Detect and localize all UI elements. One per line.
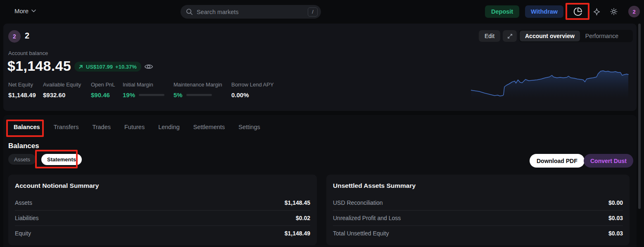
stat-available-equity: Available Equity $932.60 [43,82,81,98]
stat-maintenance-margin: Maintenance Margin 5% [173,82,222,98]
settings-gear-button[interactable] [609,7,619,17]
balances-section: Balances Transfers Trades Futures Lendin… [3,115,637,247]
row-label: Equity [15,230,31,237]
withdraw-button[interactable]: Withdraw [525,5,563,18]
tab-performance[interactable]: Performance [580,31,624,41]
stat-value: $1,148.49 [8,91,36,98]
chevron-down-icon [31,10,36,12]
pill-assets[interactable]: Assets [8,154,36,165]
table-row: Assets $1,148.45 [15,195,310,210]
search-shortcut-key: / [308,7,318,17]
view-switcher: Account overview Performance [519,30,633,42]
change-amount: US$107.99 [86,64,113,70]
table-row: Unrealized Profit and Loss $0.03 [333,210,623,225]
app-screen: l More Search markets / Deposit Withdraw [0,0,644,247]
expand-icon [507,33,513,39]
tab-trades[interactable]: Trades [92,122,111,132]
table-row: USD Reconciliation $0.00 [333,195,623,210]
stat-open-pnl: Open PnL $90.46 [91,82,115,98]
row-value: $0.00 [608,199,623,206]
account-balance-label: Account balance [8,50,48,56]
change-percent: +10.37% [115,64,137,70]
row-label: Unrealized Profit and Loss [333,215,401,221]
clipped-nav-item: l [0,8,2,15]
convert-dust-button[interactable]: Convert Dust [584,154,633,168]
top-navbar: l More Search markets / Deposit Withdraw [0,0,644,23]
stat-value: 0.00% [231,91,274,98]
deposit-button[interactable]: Deposit [485,5,519,18]
stat-label: Maintenance Margin [173,82,222,88]
stat-borrow-lend-apy: Borrow Lend APY 0.00% [231,82,274,98]
tab-futures[interactable]: Futures [124,122,145,132]
tab-lending[interactable]: Lending [158,122,180,132]
account-name: 2 [25,31,29,41]
table-row: Equity $1,148.49 [15,225,310,241]
row-value: $0.02 [296,215,310,221]
search-input[interactable]: Search markets / [181,5,321,19]
stat-value: 5% [173,91,183,98]
table-row: Total Unsettled Equity $0.03 [333,225,623,241]
vertical-scrollbar-thumb[interactable] [638,24,641,209]
stat-label: Net Equity [8,82,36,88]
account-notional-summary-card: Account Notional Summary Assets $1,148.4… [8,175,317,245]
arrow-up-right-icon [78,64,83,70]
row-value: $0.03 [608,230,623,237]
stat-label: Initial Margin [123,82,164,88]
sparkline-fill [471,71,628,99]
section-tabs: Balances Transfers Trades Futures Lendin… [14,122,260,132]
assistant-sparkle-button[interactable] [592,7,601,17]
row-label: Total Unsettled Equity [333,230,389,237]
row-label: USD Reconciliation [333,199,383,206]
eye-icon [144,63,153,70]
pill-statements[interactable]: Statements [41,154,82,165]
balance-change-badge: US$107.99 +10.37% [74,62,141,72]
avatar-label: 2 [632,9,635,15]
stat-value: $90.46 [91,91,115,98]
stat-net-equity: Net Equity $1,148.49 [8,82,36,98]
tab-settings[interactable]: Settings [238,122,260,132]
tab-balances[interactable]: Balances [14,122,40,132]
stat-label: Available Equity [43,82,81,88]
tab-account-overview[interactable]: Account overview [520,31,580,41]
balances-heading: Balances [8,142,39,150]
portfolio-pie-chart-button[interactable] [573,7,583,17]
gear-icon [610,7,618,16]
expand-button[interactable] [503,30,517,42]
more-label: More [14,7,29,14]
account-avatar-topbar[interactable]: 2 [628,6,640,17]
toggle-balance-visibility-button[interactable] [144,62,153,71]
initial-margin-progressbar [139,94,164,96]
account-avatar-label: 2 [13,33,16,40]
stat-initial-margin: Initial Margin 19% [123,82,164,98]
row-value: $1,148.45 [285,199,310,206]
download-pdf-button[interactable]: Download PDF [530,154,585,168]
balances-subtabs: Assets Statements [8,154,82,165]
account-overview-panel: 2 2 Account balance $1,148.45 US$107.99 … [3,24,637,111]
unsettled-assets-summary-card: Unsettled Assets Summary USD Reconciliat… [326,175,630,245]
search-icon [186,8,193,15]
card-title: Account Notional Summary [15,175,310,189]
tab-transfers[interactable]: Transfers [54,122,79,132]
balance-sparkline-chart [471,66,629,99]
card-title: Unsettled Assets Summary [333,175,623,189]
search-placeholder: Search markets [197,9,308,15]
stat-label: Open PnL [91,82,115,88]
stat-value: $932.60 [43,91,81,98]
row-value: $0.03 [608,215,623,221]
pie-chart-icon [573,7,582,16]
row-value: $1,148.49 [285,230,310,237]
account-stats-row: Net Equity $1,148.49 Available Equity $9… [3,82,317,106]
edit-button[interactable]: Edit [479,30,500,42]
card-rows: Assets $1,148.45 Liabilities $0.02 Equit… [15,195,310,241]
sparkle-icon [593,8,601,16]
stat-value: 19% [123,91,135,98]
tab-settlements[interactable]: Settlements [193,122,225,132]
more-menu[interactable]: More [14,7,36,14]
account-balance-value: $1,148.45 [7,58,71,74]
account-avatar: 2 [8,30,21,43]
row-label: Liabilities [15,215,39,221]
row-label: Assets [15,199,32,206]
card-rows: USD Reconciliation $0.00 Unrealized Prof… [333,195,623,241]
maintenance-margin-progressbar [186,94,212,96]
stat-label: Borrow Lend APY [231,82,274,88]
